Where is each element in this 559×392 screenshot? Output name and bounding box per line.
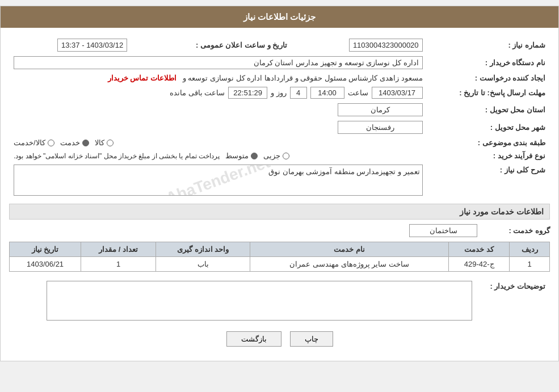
org-name-box: اداره کل نوسازی توسعه و تجهیز مدارس استا… [14,56,423,69]
services-table: ردیف کد خدمت نام خدمت واحد اندازه گیری ت… [9,242,550,272]
service-group-value: ساختمان [409,224,477,237]
creator-text: مسعود زاهدی کارشناس مسئول حقوقی و قراردا… [183,74,423,82]
category-khadamat-label: خدمت [60,138,80,147]
category-kala-radio[interactable] [107,140,114,146]
description-label: شرح کلی نیاز : [427,162,550,198]
category-kala-khadamat-radio[interactable] [48,140,54,146]
category-label: طبقه بندی موضوعی : [427,136,550,149]
category-kala-khadamat-item: کالا/خدمت [14,138,54,147]
cell-row-num: 1 [510,257,550,272]
col-unit: واحد اندازه گیری [156,242,250,257]
province-box: کرمان [338,103,423,116]
process-jazii-radio[interactable] [283,153,289,159]
request-number-value: 1103004323000020 [299,36,427,54]
deadline-time: 14:00 [310,87,344,99]
btn-row: چاپ بازگشت [9,331,550,347]
cell-service-name: ساخت سایر پروژه‌های مهندسی عمران [250,257,449,272]
announce-date-label: تاریخ و ساعت اعلان عمومی : [132,36,299,54]
description-value: تعمیر و تجهیزمدارس منطقه آموزشی بهرمان ن… [9,162,427,198]
cell-unit: باب [156,257,250,272]
category-khadamat-item: خدمت [60,138,89,147]
print-button[interactable]: چاپ [290,331,333,347]
main-form-table: شماره نیاز : 1103004323000020 تاریخ و سا… [9,36,550,198]
description-text: تعمیر و تجهیزمدارس منطقه آموزشی بهرمان ن… [268,167,420,176]
request-number-label: شماره نیاز : [427,36,550,54]
category-khadamat-radio[interactable] [82,140,89,146]
category-kala-label: کالا [95,138,104,147]
buyer-desc-table: توضیحات خریدار : [9,279,550,323]
city-box: رفسنجان [338,121,423,134]
process-jazii-label: جزیی [263,151,280,160]
process-motavaset-label: متوسط [225,151,249,160]
buyer-desc-label: توضیحات خریدار : [477,279,550,323]
category-kala-khadamat-label: کالا/خدمت [14,138,45,147]
process-row: پرداخت تمام یا بخشی از مبلغ خریداز محل "… [9,149,427,162]
deadline-days-label: روز و [271,88,287,97]
province-value: کرمان [9,101,427,119]
request-number-box: 1103004323000020 [349,39,423,52]
creator-label: ایجاد کننده درخواست : [427,71,550,85]
deadline-date: 1403/03/17 [372,87,423,99]
deadline-row: 1403/03/17 ساعت 14:00 4 روز و 22:51:29 س… [9,85,427,101]
service-group-label: گروه خدمت : [482,226,550,235]
city-value: رفسنجان [9,119,427,136]
contact-info-link[interactable]: اطلاعات تماس خریدار [108,74,176,82]
process-motavaset-item: متوسط [225,151,258,160]
deadline-remaining-label: ساعت باقی مانده [170,88,225,97]
deadline-time-label: ساعت [348,88,368,97]
announce-date-box: 1403/03/12 - 13:37 [57,39,127,52]
page-title: جزئیات اطلاعات نیاز [243,12,316,22]
buyer-desc-value [9,279,477,323]
deadline-remaining: 22:51:29 [228,87,267,99]
page-header: جزئیات اطلاعات نیاز [1,6,558,28]
watermark: AhaTender.net [163,165,272,196]
col-quantity: تعداد / مقدار [81,242,156,257]
services-section-title: اطلاعات خدمات مورد نیاز [9,204,550,220]
announce-date-value: 1403/03/12 - 13:37 [9,36,132,54]
cell-service-code: ج-42-429 [448,257,509,272]
back-button[interactable]: بازگشت [226,331,281,347]
process-motavaset-radio[interactable] [251,153,258,159]
process-jazii-item: جزیی [263,151,289,160]
category-row: کالا/خدمت خدمت کالا [9,136,427,149]
process-note: پرداخت تمام یا بخشی از مبلغ خریداز محل "… [14,152,220,160]
org-name-value: اداره کل نوسازی توسعه و تجهیز مدارس استا… [9,54,427,71]
col-row-num: ردیف [510,242,550,257]
table-row: 1 ج-42-429 ساخت سایر پروژه‌های مهندسی عم… [10,257,550,272]
province-label: استان محل تحویل : [427,101,550,119]
org-name-label: نام دستگاه خریدار : [427,54,550,71]
cell-quantity: 1 [81,257,156,272]
deadline-label: مهلت ارسال پاسخ: تا تاریخ : [427,85,550,101]
process-label: نوع فرآیند خرید : [427,149,550,162]
deadline-days: 4 [290,87,307,99]
category-kala-item: کالا [95,138,114,147]
city-label: شهر محل تحویل : [427,119,550,136]
col-service-name: نام خدمت [250,242,449,257]
col-date: تاریخ نیاز [10,242,81,257]
cell-date: 1403/06/21 [10,257,81,272]
creator-value: مسعود زاهدی کارشناس مسئول حقوقی و قراردا… [9,71,427,85]
col-service-code: کد خدمت [448,242,509,257]
